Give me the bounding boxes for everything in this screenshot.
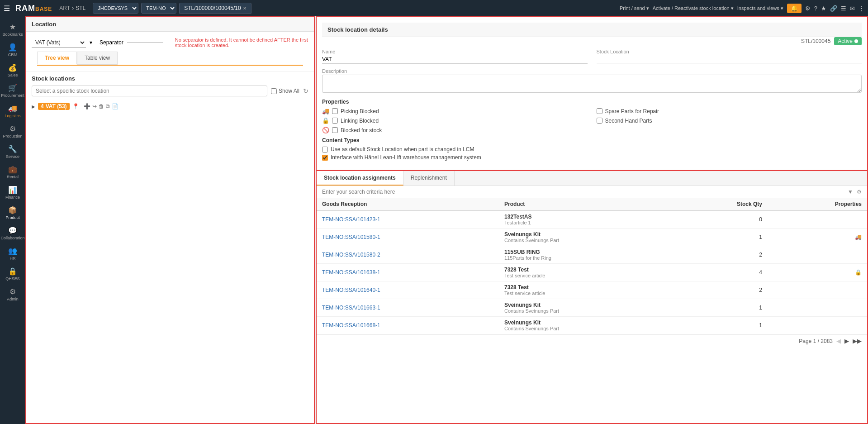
tree-document-button[interactable]: 📄: [112, 103, 119, 110]
link-icon[interactable]: 🔗: [830, 5, 837, 12]
sidebar-item-qhses[interactable]: 🔒 QHSES: [1, 264, 24, 284]
menu-icon[interactable]: ☰: [4, 4, 10, 13]
product-cell: 7328 Test Test service article: [499, 264, 672, 281]
prev-page-button[interactable]: ◀: [836, 338, 841, 344]
filter-icon[interactable]: ▼: [848, 189, 853, 195]
help-icon[interactable]: ?: [814, 5, 817, 12]
tab-tree-view[interactable]: Tree view: [37, 52, 77, 65]
second-hand-checkbox[interactable]: [597, 118, 602, 124]
left-panel: Location VAT (Vats) ▾ Separator No separ…: [25, 16, 315, 424]
bookmarks-icon: ★: [9, 23, 16, 31]
show-all-checkbox[interactable]: [271, 88, 277, 94]
breadcrumb-art[interactable]: ART: [59, 5, 70, 11]
star-icon[interactable]: ★: [821, 5, 826, 12]
lang-dropdown[interactable]: TEM-NO: [141, 3, 176, 14]
properties-cell: [768, 281, 867, 299]
col-properties: Properties: [768, 198, 867, 210]
tree-location-icon: 📍: [72, 103, 79, 110]
tree-expand-icon[interactable]: ▶: [32, 104, 35, 109]
search-criteria-row: ▼ ⚙: [317, 186, 867, 198]
finance-icon: 📊: [8, 186, 17, 194]
sidebar-item-rental[interactable]: 💼 Rental: [1, 162, 24, 182]
sidebar-nav: ★ Bookmarks 👤 CRM 💰 Sales 🛒 Procurement …: [0, 16, 25, 424]
next-page-button[interactable]: ▶: [844, 338, 849, 344]
separator-line: [127, 43, 163, 43]
description-textarea[interactable]: [322, 75, 862, 93]
tree-badge[interactable]: 4 VAT (53): [38, 103, 70, 110]
prop-spare-parts: Spare Parts for Repair: [597, 108, 862, 114]
right-panel: Stock location details STL/100045 Active…: [316, 16, 868, 424]
tab-table-view[interactable]: Table view: [77, 52, 118, 65]
product-icon: 📦: [8, 206, 17, 214]
settings-icon[interactable]: ⚙: [805, 5, 811, 12]
sidebar-item-admin[interactable]: ⚙ Admin: [1, 285, 24, 304]
product-name: Sveinungs Kit: [504, 231, 667, 238]
product-desc: Test service article: [504, 291, 667, 296]
sidebar-item-logistics[interactable]: 🚚 Logistics: [1, 101, 24, 121]
col-product: Product: [499, 198, 672, 210]
tab-replenishment[interactable]: Replenishment: [403, 171, 455, 186]
product-cell: Sveinungs Kit Contains Sveinungs Part: [499, 317, 672, 334]
goods-reception-link[interactable]: TEM-NO:SSA/101638-1: [322, 269, 380, 276]
goods-reception-link[interactable]: TEM-NO:SSA/101668-1: [322, 322, 380, 329]
sidebar-item-procurement[interactable]: 🛒 Procurement: [1, 81, 24, 100]
stock-search-input[interactable]: [32, 86, 267, 96]
spare-parts-checkbox[interactable]: [597, 108, 602, 114]
print-send-button[interactable]: Print / send ▾: [620, 5, 649, 11]
rental-icon: 💼: [8, 165, 17, 174]
menu-dots-icon[interactable]: ☰: [841, 5, 846, 12]
company-dropdown[interactable]: JHCDEVSYS: [93, 3, 138, 14]
mail-icon[interactable]: ✉: [850, 5, 855, 12]
active-tab[interactable]: STL/100000/100045/10 ✕: [179, 3, 251, 14]
separator-label: Separator: [100, 39, 123, 46]
tab-stock-location-assignments[interactable]: Stock location assignments: [317, 171, 403, 186]
sidebar-item-finance[interactable]: 📊 Finance: [1, 183, 24, 202]
col-stock-qty: Stock Qty: [672, 198, 768, 210]
dropdown-arrow-icon: ▾: [90, 39, 92, 46]
sidebar-item-crm[interactable]: 👤 CRM: [1, 40, 24, 60]
goods-reception-link[interactable]: TEM-NO:SSA/101580-1: [322, 234, 380, 240]
sidebar-item-service[interactable]: 🔧 Service: [1, 142, 24, 162]
close-tab-icon[interactable]: ✕: [243, 6, 247, 11]
qhses-icon: 🔒: [8, 267, 17, 276]
table-row: TEM-NO:SSA/101580-1 Sveinungs Kit Contai…: [317, 229, 867, 246]
sidebar-item-bookmarks[interactable]: ★ Bookmarks: [1, 20, 24, 39]
tree-add-button[interactable]: ➕: [84, 103, 90, 110]
settings-filter-icon[interactable]: ⚙: [857, 189, 862, 195]
goods-reception-link[interactable]: TEM-NO:SSA/101640-1: [322, 287, 380, 293]
picking-blocked-checkbox[interactable]: [332, 108, 338, 114]
product-name: 7328 Test: [504, 267, 667, 273]
bell-icon[interactable]: 🔔: [787, 4, 802, 13]
linking-blocked-checkbox[interactable]: [332, 118, 338, 124]
status-badge: Active: [834, 37, 862, 45]
hanel-checkbox[interactable]: [322, 155, 328, 161]
search-criteria-input[interactable]: [322, 189, 844, 195]
activate-button[interactable]: Activate / Reactivate stock location ▾: [653, 5, 734, 11]
tree-copy-button[interactable]: ⧉: [106, 103, 110, 110]
sidebar-item-hr[interactable]: 👥 HR: [1, 244, 24, 263]
sidebar-item-sales[interactable]: 💰 Sales: [1, 61, 24, 80]
sidebar-item-collaboration[interactable]: 💬 Collaboration: [1, 224, 24, 243]
name-value: VAT: [322, 55, 588, 64]
goods-reception-link[interactable]: TEM-NO:SSA/101423-1: [322, 216, 380, 223]
table-row: TEM-NO:SSA/101638-1 7328 Test Test servi…: [317, 264, 867, 281]
vat-dropdown[interactable]: VAT (Vats): [32, 38, 86, 48]
sidebar-item-product[interactable]: 📦 Product: [1, 203, 24, 223]
inspects-button[interactable]: Inspects and views ▾: [737, 5, 783, 11]
blocked-stock-checkbox[interactable]: [332, 127, 338, 133]
goods-reception-cell: TEM-NO:SSA/101640-1: [317, 281, 499, 299]
lcm-checkbox[interactable]: [322, 147, 328, 152]
refresh-button[interactable]: ↻: [303, 87, 308, 95]
stock-qty-cell: 2: [672, 281, 768, 299]
properties-cell: [768, 246, 867, 264]
product-desc: Contains Sveinungs Part: [504, 326, 667, 331]
properties-cell: [768, 210, 867, 229]
goods-reception-link[interactable]: TEM-NO:SSA/101580-2: [322, 252, 380, 258]
sidebar-item-production[interactable]: ⚙ Production: [1, 122, 24, 141]
goods-reception-link[interactable]: TEM-NO:SSA/101663-1: [322, 305, 380, 311]
goods-reception-cell: TEM-NO:SSA/101423-1: [317, 210, 499, 229]
more-icon[interactable]: ⋮: [859, 5, 864, 12]
last-page-button[interactable]: ▶▶: [853, 338, 862, 344]
tree-move-button[interactable]: ↪: [92, 103, 97, 110]
tree-delete-button[interactable]: 🗑: [99, 103, 104, 110]
